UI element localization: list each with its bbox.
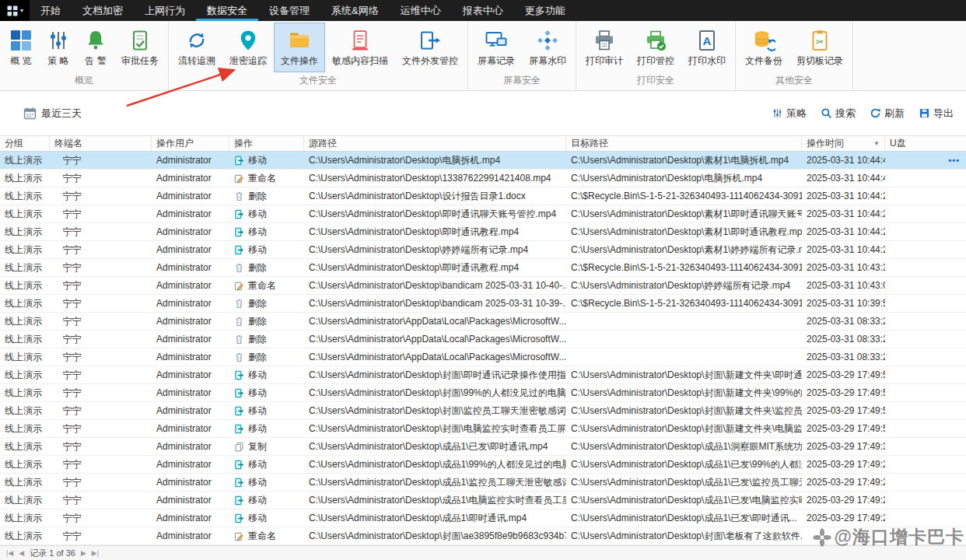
ribbon-button[interactable]: 流转追溯 [171,23,222,72]
column-header[interactable]: 分组 [0,136,50,151]
menu-item[interactable]: 系统&网络 [320,0,390,21]
export-action[interactable]: 导出 [919,107,954,121]
table-row[interactable]: 线上演示宁宁Administrator删除C:\Users\Administra… [0,295,966,313]
toolbar-actions: 策略搜索刷新导出 [772,107,954,121]
ribbon-button[interactable]: 敏感内容扫描 [325,23,395,72]
user-cell: Administrator [152,420,229,437]
action-label: 搜索 [835,107,856,121]
ribbon-button[interactable]: 审批任务 [114,23,166,72]
menu-item[interactable]: 更多功能 [514,0,576,21]
table-row[interactable]: 线上演示宁宁Administrator移动C:\Users\Administra… [0,402,966,420]
column-header[interactable]: 终端名 [50,136,152,151]
table-row[interactable]: 线上演示宁宁Administrator移动C:\Users\Administra… [0,384,966,402]
time-cell: 2025-03-31 10:43:38 [802,259,885,276]
menu-item[interactable]: 报表中心 [452,0,514,21]
table-row[interactable]: 线上演示宁宁Administrator删除C:\Users\Administra… [0,259,966,277]
menu-item[interactable]: 运维中心 [390,0,452,21]
operation-cell: 移动 [229,223,304,240]
ribbon-button[interactable]: 泄密追踪 [222,23,274,72]
operation-cell: 删除 [229,295,304,312]
terminal-cell: 宁宁 [50,223,152,240]
operation-cell: 删除 [229,259,304,276]
table-row[interactable]: 线上演示宁宁Administrator删除C:\Users\Administra… [0,348,966,366]
column-header[interactable]: 操作 [229,136,304,151]
operation-label: 移动 [248,243,267,257]
last-page-button[interactable]: ▶| [92,549,99,557]
table-row[interactable]: 线上演示宁宁Administrator移动C:\Users\Administra… [0,509,966,527]
user-cell: Administrator [152,295,229,312]
ribbon-button[interactable]: A打印水印 [681,23,733,72]
row-actions-ellipsis[interactable]: ••• [948,156,961,165]
table-row[interactable]: 线上演示宁宁Administrator移动C:\Users\Administra… [0,241,966,259]
ribbon-button[interactable]: 屏幕水印 [522,23,573,72]
operation-label: 复制 [248,440,267,453]
menu-item[interactable]: 开始 [30,0,72,21]
operation-label: 删除 [248,297,267,310]
ribbon-button[interactable]: 屏幕记录 [471,23,522,72]
table-row[interactable]: 线上演示宁宁Administrator移动C:\Users\Administra… [0,492,966,509]
menu-item[interactable]: 上网行为 [134,0,196,21]
ribbon-button[interactable]: 文件操作 [274,23,325,72]
date-range-label: 最近三天 [41,107,82,121]
target-path-cell [566,313,802,330]
terminal-cell: 宁宁 [50,205,152,222]
table-row[interactable]: 线上演示宁宁Administrator移动C:\Users\Administra… [0,205,966,223]
ribbon-button-label: 文件外发管控 [402,54,458,68]
ribbon-button[interactable]: 文件外发管控 [395,23,465,72]
date-range-filter[interactable]: 最近三天 [23,107,82,121]
ribbon-group-label: 概览 [2,72,166,91]
table-row[interactable]: 线上演示宁宁Administrator移动C:\Users\Administra… [0,152,966,170]
column-header[interactable]: U盘 [885,136,966,151]
ribbon-button[interactable]: ✂剪切板记录 [789,23,850,72]
menu-item[interactable]: 设备管理 [258,0,320,21]
usb-cell [885,384,966,401]
target-path-cell: C:\Users\Administrator\Desktop\封面\新建文件夹\… [566,366,802,383]
op-delete-icon [234,352,244,362]
table-row[interactable]: 线上演示宁宁Administrator移动C:\Users\Administra… [0,223,966,241]
column-header[interactable]: 操作用户 [152,136,229,151]
prev-page-button[interactable]: ◀ [19,549,24,557]
source-path-cell: C:\Users\Administrator\Desktop\封面\99%的人都… [304,384,566,401]
column-header[interactable]: 源路径 [304,136,566,151]
ribbon-button[interactable]: 打印管控 [630,23,681,72]
ribbon-button[interactable]: 策 略 [40,23,77,72]
table-row[interactable]: 线上演示宁宁Administrator移动C:\Users\Administra… [0,456,966,474]
search-action[interactable]: 搜索 [821,107,856,121]
table-row[interactable]: 线上演示宁宁Administrator删除C:\Users\Administra… [0,187,966,205]
ribbon-button[interactable]: 打印审计 [579,23,630,72]
table-row[interactable]: 线上演示宁宁Administrator复制C:\Users\Administra… [0,438,966,456]
source-path-cell: C:\Users\Administrator\Desktop\设计报告目录1.d… [304,187,566,205]
next-page-button[interactable]: ▶ [81,549,86,557]
first-page-button[interactable]: |◀ [6,549,13,557]
operation-cell: 移动 [229,474,304,491]
op-rename-icon [234,281,244,291]
user-cell: Administrator [152,509,229,527]
menu-item[interactable]: 数据安全 [196,0,258,21]
table-row[interactable]: 线上演示宁宁Administrator移动C:\Users\Administra… [0,420,966,438]
column-header[interactable]: 操作时间▼ [802,136,885,151]
ribbon-button-label: 打印管控 [637,54,674,68]
terminal-cell: 宁宁 [50,527,152,544]
operation-label: 移动 [248,404,267,418]
table-row[interactable]: 线上演示宁宁Administrator重命名C:\Users\Administr… [0,170,966,187]
app-menu-button[interactable]: ▾ [0,0,30,21]
user-cell: Administrator [152,152,229,169]
ribbon-button[interactable]: 告 警 [77,23,114,72]
table-row[interactable]: 线上演示宁宁Administrator重命名C:\Users\Administr… [0,527,966,545]
time-cell: 2025-03-29 17:49:20 [802,509,885,527]
policy-action[interactable]: 策略 [772,107,807,121]
leak-track-icon [236,29,260,52]
table-row[interactable]: 线上演示宁宁Administrator删除C:\Users\Administra… [0,313,966,331]
operation-cell: 重命名 [229,527,304,544]
menu-item[interactable]: 文档加密 [72,0,134,21]
refresh-action[interactable]: 刷新 [870,107,905,121]
table-row[interactable]: 线上演示宁宁Administrator移动C:\Users\Administra… [0,366,966,384]
table-row[interactable]: 线上演示宁宁Administrator删除C:\Users\Administra… [0,331,966,348]
ribbon-button[interactable]: 文件备份 [738,23,789,72]
ribbon-button[interactable]: 概 览 [2,23,40,72]
table-row[interactable]: 线上演示宁宁Administrator重命名C:\Users\Administr… [0,277,966,295]
column-header[interactable]: 目标路径 [566,136,802,151]
operation-cell: 重命名 [229,277,304,294]
terminal-cell: 宁宁 [50,420,152,437]
table-row[interactable]: 线上演示宁宁Administrator移动C:\Users\Administra… [0,474,966,492]
